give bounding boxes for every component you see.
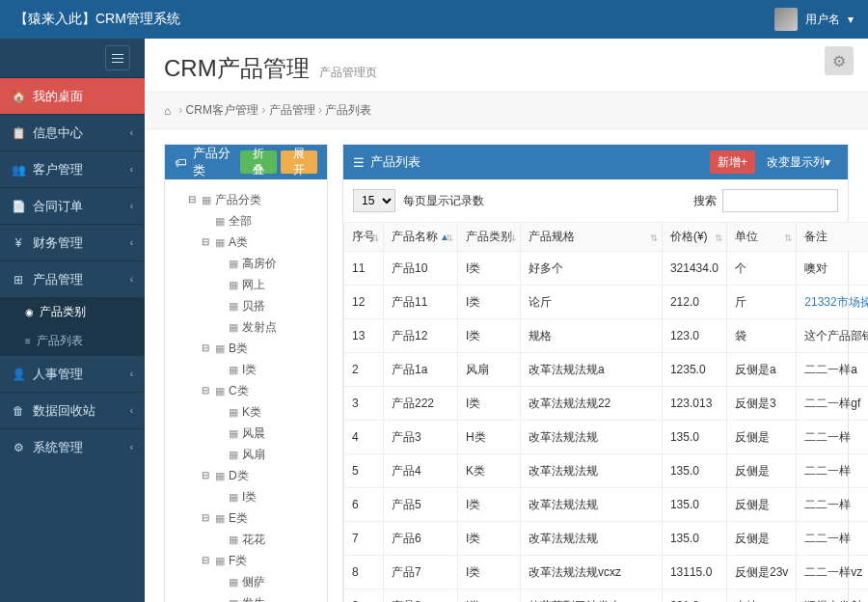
tree-node[interactable]: ▦I类	[215, 359, 317, 380]
tree-node[interactable]: ▦发射点	[215, 316, 317, 338]
subnav-item-产品列表[interactable]: ≡产品列表	[0, 326, 145, 355]
tree-node[interactable]: ⊟▦产品分类	[188, 189, 317, 210]
chevron-left-icon: ‹	[130, 201, 133, 211]
cell-price: 123.013	[662, 387, 726, 421]
cell-unit: 个	[726, 252, 796, 286]
nav-label: 合同订单	[33, 198, 83, 215]
cell-price: 321434.0	[662, 252, 726, 286]
toggle-icon: ⊟	[202, 380, 211, 401]
main: ⚙ CRM产品管理 产品管理页 ⌂ › CRM客户管理 › 产品管理 › 产品列…	[145, 39, 868, 602]
cell-seq: 4	[344, 421, 384, 454]
folder-icon: ▦	[229, 486, 238, 507]
column-header[interactable]: 价格(¥)⇅	[662, 223, 726, 252]
add-button[interactable]: 新增 +	[710, 150, 755, 174]
folder-icon: ▦	[229, 316, 238, 338]
tree-node[interactable]: ▦I类	[215, 486, 317, 507]
cell-category: I类	[457, 522, 520, 556]
cell-seq: 8	[344, 556, 384, 589]
toggle-icon: ⊟	[202, 550, 211, 571]
sidebar-toggle[interactable]	[0, 39, 145, 77]
cell-name: 产品11	[384, 286, 458, 319]
folder-icon: ▦	[229, 274, 238, 295]
cell-spec: 改革法规法规a	[520, 353, 662, 387]
nav-item-人事管理[interactable]: 👤人事管理‹	[0, 355, 145, 392]
tree-node[interactable]: ▦网上	[215, 274, 317, 295]
folder-icon: ▦	[215, 232, 225, 253]
cell-spec: 改革法规法规	[520, 421, 662, 454]
tree-node[interactable]: ▦风晨	[215, 423, 317, 444]
column-header[interactable]: 备注⇅	[797, 223, 868, 252]
tree-node[interactable]: ⊟▦C类	[202, 380, 317, 401]
cell-category: I类	[457, 589, 520, 603]
table-row: 2产品1a风扇改革法规法规a1235.0反侧是a二二一样a🗑✎	[344, 353, 869, 387]
nav-item-客户管理[interactable]: 👥客户管理‹	[0, 150, 145, 187]
nav-item-数据回收站[interactable]: 🗑数据回收站‹	[0, 392, 145, 428]
table-header-row: 序号⇅产品名称▲⇅产品类别⇅产品规格⇅价格(¥)⇅单位⇅备注⇅⇅	[344, 223, 869, 252]
column-header[interactable]: 产品名称▲⇅	[384, 223, 458, 252]
tree-node[interactable]: ▦花花	[215, 529, 317, 550]
subnav-item-产品类别[interactable]: ◉产品类别	[0, 297, 145, 326]
nav-item-我的桌面[interactable]: 🏠我的桌面	[0, 77, 145, 114]
cell-category: I类	[457, 556, 520, 589]
tree-node[interactable]: ⊟▦E类	[202, 507, 317, 529]
expand-button[interactable]: 展开	[281, 150, 317, 174]
column-header[interactable]: 序号⇅	[344, 223, 384, 252]
page-title: CRM产品管理	[164, 53, 310, 84]
nav-item-信息中心[interactable]: 📋信息中心‹	[0, 114, 145, 150]
cell-remark: 二二一样vz	[797, 556, 868, 589]
nav-item-合同订单[interactable]: 📄合同订单‹	[0, 187, 145, 224]
tree-node[interactable]: ▦发生	[215, 592, 317, 602]
chevron-left-icon: ‹	[130, 164, 133, 175]
gear-icon: ⚙	[832, 52, 846, 70]
cell-name: 产品1a	[384, 353, 458, 387]
tree-node[interactable]: ⊟▦D类	[202, 465, 317, 486]
nav-item-产品管理[interactable]: ⊞产品管理‹	[0, 260, 145, 297]
folder-icon: ▦	[215, 380, 225, 401]
tree-node[interactable]: ⊟▦B类	[202, 338, 317, 359]
column-header[interactable]: 产品类别⇅	[457, 223, 520, 252]
breadcrumb-item[interactable]: 产品列表	[325, 103, 371, 117]
table-row: 6产品5I类改革法规法规135.0反侧是二二一样🗑✎	[344, 488, 869, 522]
tree-node[interactable]: ▦侧萨	[215, 571, 317, 592]
cell-category: 风扇	[457, 353, 520, 387]
category-panel-head: 🏷产品分类 折叠 展开	[165, 145, 327, 179]
breadcrumb-item[interactable]: CRM客户管理	[186, 103, 258, 117]
cell-seq: 7	[344, 522, 384, 556]
settings-button[interactable]: ⚙	[825, 46, 854, 75]
user-menu[interactable]: 用户名 ▾	[774, 8, 854, 31]
tree-node[interactable]: ▦高房价	[215, 253, 317, 274]
columns-button[interactable]: 改变显示列 ▾	[759, 150, 838, 174]
folder-icon: ▦	[215, 210, 225, 232]
nav-item-系统管理[interactable]: ⚙系统管理‹	[0, 428, 145, 465]
toggle-icon: ⊟	[202, 465, 211, 486]
tree-node[interactable]: ▦贝搭	[215, 295, 317, 316]
nav-item-财务管理[interactable]: ¥财务管理‹	[0, 224, 145, 260]
tree-node[interactable]: ▦风扇	[215, 444, 317, 465]
collapse-button[interactable]: 折叠	[240, 150, 277, 174]
per-page-select[interactable]: 15	[353, 189, 395, 212]
username: 用户名	[805, 12, 840, 28]
cell-name: 产品10	[384, 252, 458, 286]
bullet-icon: ◉	[25, 307, 34, 317]
list-panel: ☰产品列表 新增 + 改变显示列 ▾ 15 每页显示记录数 搜索	[342, 144, 849, 602]
folder-icon: ▦	[229, 592, 238, 602]
column-header[interactable]: 单位⇅	[726, 223, 796, 252]
category-panel: 🏷产品分类 折叠 展开 ⊟▦产品分类▦全部⊟▦A类▦高房价▦网上▦贝搭▦发射点⊟…	[164, 144, 328, 602]
cell-price: 135.0	[662, 488, 726, 522]
tree-node[interactable]: ▦全部	[202, 210, 317, 232]
nav-icon: 👥	[12, 163, 25, 177]
nav-label: 数据回收站	[33, 402, 95, 420]
home-icon[interactable]: ⌂	[164, 104, 171, 118]
tree-node[interactable]: ⊟▦A类	[202, 232, 317, 253]
column-header[interactable]: 产品规格⇅	[520, 223, 662, 252]
cell-remark: 二二一样a	[797, 353, 868, 387]
nav-label: 系统管理	[33, 439, 83, 456]
tree-node[interactable]: ⊟▦F类	[202, 550, 317, 571]
cell-category: H类	[457, 421, 520, 454]
nav-label: 客户管理	[33, 161, 83, 178]
folder-icon: ▦	[229, 529, 238, 550]
cell-name: 产品12	[384, 319, 458, 353]
tree-node[interactable]: ▦K类	[215, 401, 317, 423]
search-input[interactable]	[722, 189, 838, 212]
breadcrumb-item[interactable]: 产品管理	[269, 103, 315, 117]
